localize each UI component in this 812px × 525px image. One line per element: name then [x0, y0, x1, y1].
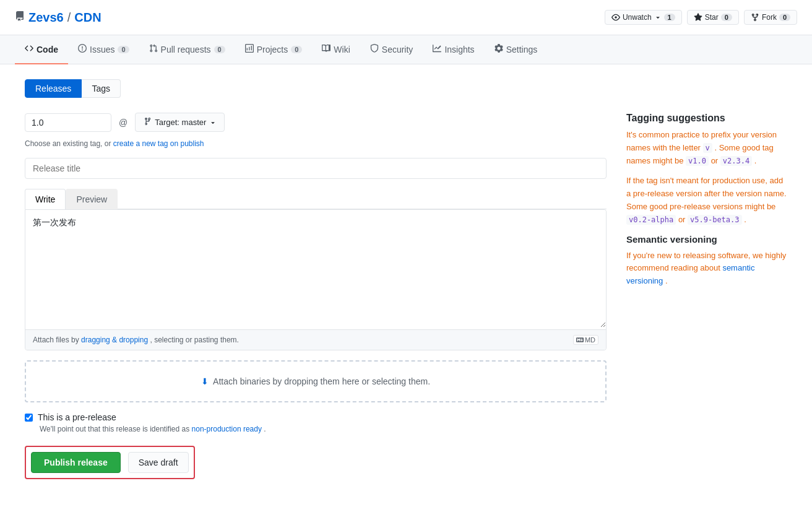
actions-row: Publish release Save draft	[25, 446, 195, 479]
repo-nav: Code Issues 0 Pull requests 0 Projects 0…	[0, 35, 812, 64]
repo-icon	[15, 11, 25, 24]
prerelease-label[interactable]: This is a pre-release	[25, 412, 607, 422]
tag-hint: Choose an existing tag, or create a new …	[25, 139, 607, 148]
v10-code: v1.0	[686, 156, 709, 166]
preview-tab[interactable]: Preview	[66, 189, 118, 209]
security-icon	[370, 44, 379, 54]
repo-title: Zevs6 / CDN	[15, 11, 102, 25]
download-icon: ⬇	[201, 376, 209, 386]
editor-wrapper: 第一次发布 Attach files by dragging & droppin…	[25, 209, 607, 350]
attach-hint: Attach files by dragging & dropping , se…	[33, 336, 239, 344]
unwatch-count: 1	[664, 14, 675, 21]
sidebar: Tagging suggestions It's common practice…	[626, 113, 787, 479]
fork-label: Fork	[762, 13, 777, 22]
projects-icon	[245, 44, 254, 54]
star-label: Star	[705, 13, 719, 22]
create-tag-link[interactable]: create a new tag on publish	[113, 139, 204, 148]
tag-version-input[interactable]	[25, 113, 111, 132]
editor-footer: Attach files by dragging & dropping , se…	[25, 329, 606, 350]
tab-issues[interactable]: Issues 0	[68, 35, 139, 64]
code-icon	[25, 44, 33, 54]
page-content: Releases Tags @ Target: master Choose a	[10, 64, 802, 494]
v234-code: v2.3.4	[720, 156, 752, 166]
branch-icon	[143, 117, 152, 128]
issues-icon	[78, 44, 87, 54]
target-button[interactable]: Target: master	[135, 113, 225, 132]
projects-count: 0	[291, 46, 302, 53]
tab-projects[interactable]: Projects 0	[235, 35, 313, 64]
settings-icon	[495, 44, 503, 54]
star-button[interactable]: Star 0	[687, 10, 739, 25]
unwatch-label: Unwatch	[623, 13, 652, 22]
write-tab[interactable]: Write	[25, 189, 66, 209]
prs-count: 0	[214, 46, 225, 53]
attach-binaries-label: Attach binaries by dropping them here or…	[213, 376, 430, 386]
insights-icon	[433, 44, 441, 54]
release-body-textarea[interactable]: 第一次发布	[25, 210, 606, 328]
dragging-link[interactable]: dragging & dropping	[81, 336, 148, 344]
v02alpha-code: v0.2-alpha	[626, 215, 676, 225]
main-layout: @ Target: master Choose an existing tag,…	[25, 113, 787, 479]
release-title-input[interactable]	[25, 158, 607, 179]
fork-button[interactable]: Fork 0	[744, 10, 797, 25]
editor-tabs: Write Preview	[25, 189, 607, 209]
v59beta-code: v5.9-beta.3	[688, 215, 741, 225]
unwatch-button[interactable]: Unwatch 1	[605, 10, 682, 25]
repo-name-link[interactable]: CDN	[74, 11, 101, 25]
tab-pull-requests[interactable]: Pull requests 0	[139, 35, 235, 64]
prerelease-section: This is a pre-release We'll point out th…	[25, 412, 607, 433]
prerelease-checkbox[interactable]	[25, 414, 33, 422]
target-label: Target: master	[155, 118, 206, 127]
prerelease-label-text: This is a pre-release	[38, 412, 116, 422]
publish-release-button[interactable]: Publish release	[31, 452, 121, 473]
markdown-icon: MD	[573, 335, 598, 345]
fork-count: 0	[779, 14, 790, 21]
save-draft-button[interactable]: Save draft	[128, 452, 189, 473]
attach-binaries-zone[interactable]: ⬇ Attach binaries by dropping them here …	[25, 360, 607, 402]
tab-security[interactable]: Security	[360, 35, 423, 64]
semantic-p: If you're new to releasing software, we …	[626, 249, 787, 288]
pull-requests-icon	[149, 44, 158, 54]
tagging-p1: It's common practice to prefix your vers…	[626, 129, 787, 167]
release-form: @ Target: master Choose an existing tag,…	[25, 113, 607, 479]
repo-actions: Unwatch 1 Star 0 Fork 0	[605, 10, 797, 25]
non-production-link[interactable]: non-production ready	[192, 425, 262, 433]
tab-wiki[interactable]: Wiki	[312, 35, 360, 64]
sub-nav: Releases Tags	[25, 79, 787, 98]
v-code: v	[703, 143, 712, 153]
tab-code[interactable]: Code	[15, 35, 68, 64]
prerelease-note: We'll point out that this release is ide…	[40, 425, 607, 433]
repo-header: Zevs6 / CDN Unwatch 1 Star 0 Fork 0	[0, 0, 812, 35]
issues-count: 0	[118, 46, 129, 53]
tab-settings[interactable]: Settings	[485, 35, 548, 64]
tag-row: @ Target: master	[25, 113, 607, 132]
tagging-p2: If the tag isn't meant for production us…	[626, 175, 787, 226]
repo-owner-link[interactable]: Zevs6	[28, 11, 64, 25]
tab-insights[interactable]: Insights	[423, 35, 484, 64]
tagging-suggestions-title: Tagging suggestions	[626, 113, 787, 124]
semantic-versioning-title: Semantic versioning	[626, 234, 787, 245]
releases-tab[interactable]: Releases	[25, 79, 82, 98]
at-symbol: @	[119, 118, 127, 128]
wiki-icon	[322, 44, 330, 54]
tags-tab[interactable]: Tags	[82, 79, 121, 98]
star-count: 0	[721, 14, 732, 21]
